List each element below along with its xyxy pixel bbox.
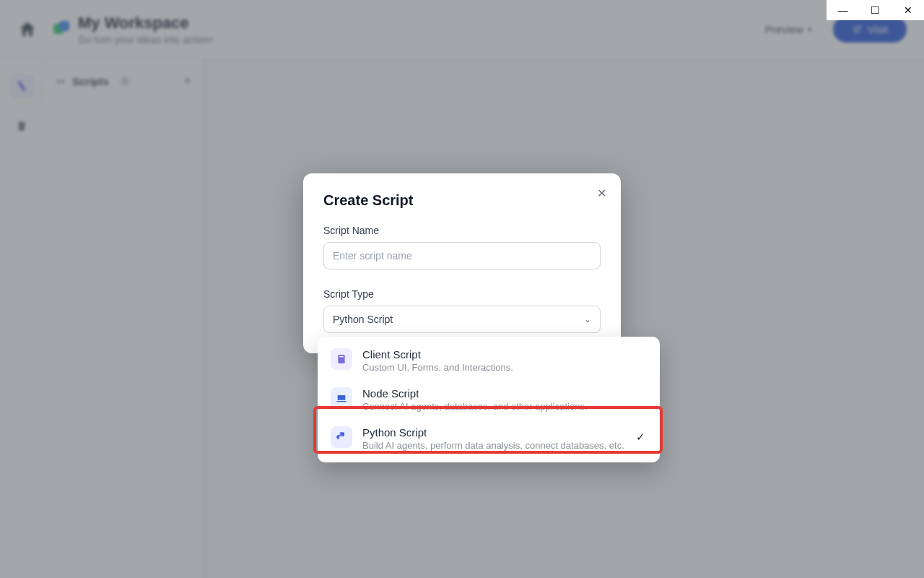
modal-close-button[interactable]: ✕ [597, 188, 606, 199]
option-desc: Connect AI agents, databases, and other … [362, 401, 588, 412]
window-maximize-button[interactable]: ☐ [861, 4, 890, 16]
create-script-modal: Create Script ✕ Script Name Script Type … [303, 173, 621, 353]
python-icon [331, 426, 352, 448]
script-name-label: Script Name [323, 225, 601, 236]
svg-rect-0 [338, 355, 344, 363]
option-node-script[interactable]: Node Script Connect AI agents, databases… [318, 380, 660, 419]
node-icon [331, 387, 352, 409]
client-icon [331, 348, 352, 370]
chevron-down-icon: ⌄ [584, 314, 591, 324]
check-icon: ✓ [636, 431, 645, 444]
window-controls: — ☐ ✕ [827, 0, 924, 20]
script-type-dropdown: Client Script Custom UI, Forms, and Inte… [318, 337, 660, 462]
window-close-button[interactable]: ✕ [894, 4, 923, 16]
script-name-input[interactable] [323, 242, 601, 269]
option-title: Python Script [362, 426, 624, 439]
script-type-select[interactable]: Python Script ⌄ [323, 306, 601, 333]
option-desc: Build AI agents, perform data analysis, … [362, 440, 624, 451]
window-minimize-button[interactable]: — [829, 4, 858, 16]
option-desc: Custom UI, Forms, and Interactions. [362, 362, 513, 373]
script-type-label: Script Type [323, 288, 601, 300]
script-type-selected-value: Python Script [333, 314, 393, 325]
option-title: Node Script [362, 387, 588, 400]
option-python-script[interactable]: Python Script Build AI agents, perform d… [318, 419, 660, 458]
option-client-script[interactable]: Client Script Custom UI, Forms, and Inte… [318, 341, 660, 380]
svg-rect-1 [339, 356, 343, 357]
modal-title: Create Script [323, 192, 601, 209]
option-title: Client Script [362, 348, 513, 361]
svg-point-2 [339, 433, 340, 434]
